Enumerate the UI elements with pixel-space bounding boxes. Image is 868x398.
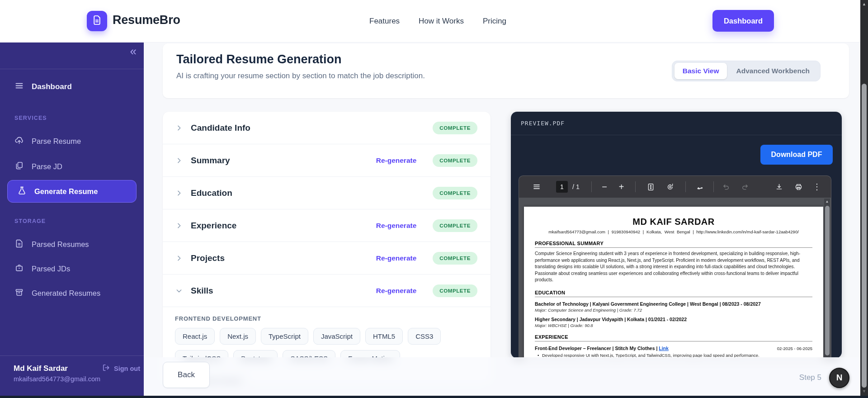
wizard-footer: Back Step 5 N [144, 357, 860, 398]
sidebar-item-generate-resume-active[interactable]: Generate Resume [7, 180, 137, 203]
section-title: Skills [191, 286, 213, 296]
pdf-viewer: 1 / 1 − + [519, 175, 831, 358]
step-indicator: Step 5 [799, 373, 821, 382]
view-toggle: Basic View Advanced Workbench [672, 61, 821, 81]
redo-icon[interactable] [741, 183, 749, 191]
regenerate-button[interactable]: Re-generate [376, 254, 417, 262]
skill-tag: CSS3 [408, 328, 441, 345]
status-badge: COMPLETE [433, 122, 477, 134]
sidebar-section-services: SERVICES [14, 115, 47, 121]
print-icon[interactable] [794, 183, 803, 191]
pdf-toolbar: 1 / 1 − + [519, 176, 831, 198]
more-options-icon[interactable]: ⋮ [813, 182, 821, 192]
regenerate-button[interactable]: Re-generate [376, 222, 417, 230]
viewer-scrollbar-thumb[interactable] [825, 206, 830, 355]
chevron-right-icon [175, 124, 183, 132]
status-badge: COMPLETE [433, 154, 477, 167]
sidebar-item-dashboard[interactable]: Dashboard [0, 77, 144, 97]
scrollbar-down-icon[interactable]: ▼ [860, 389, 868, 393]
section-row-projects[interactable]: Projects Re-generate COMPLETE [163, 242, 491, 275]
sidebar-item-parse-jd[interactable]: Parse JD [0, 156, 144, 176]
resume-experience-heading: EXPERIENCE [535, 334, 812, 341]
dashboard-button[interactable]: Dashboard [712, 10, 774, 32]
nav-link-how-it-works[interactable]: How it Works [419, 17, 464, 26]
page-count-label: / 1 [572, 183, 580, 190]
sidebar-item-label: Generate Resume [34, 187, 98, 196]
chevron-down-icon [175, 287, 183, 295]
sidebar-item-parsed-resumes[interactable]: Parsed Resumes [0, 234, 144, 254]
rotate-icon[interactable] [666, 183, 675, 191]
sidebar: « Dashboard SERVICES Parse Resume Parse … [0, 43, 144, 398]
page-number-input[interactable]: 1 [556, 181, 568, 193]
toolbar-divider [591, 181, 592, 192]
resume-experience-bullet: Developed responsive UI with Next.js, Ty… [535, 353, 812, 358]
page-subtitle: AI is crafting your resume section by se… [176, 71, 425, 81]
sidebar-item-label: Parsed JDs [32, 265, 70, 273]
skill-tag: HTML5 [365, 328, 403, 345]
section-row-candidate-info[interactable]: Candidate Info COMPLETE [163, 112, 491, 144]
resume-experience-link[interactable]: Link [659, 346, 669, 351]
user-name: Md Kaif Sardar [14, 364, 68, 373]
page-scrollbar[interactable]: ▲ ▼ [860, 0, 868, 398]
toggle-basic-view[interactable]: Basic View [675, 63, 727, 79]
resume-page: MD KAIF SARDAR mkaifsard564773@gmail.com… [524, 207, 823, 358]
app-window: ResumeBro Features How it Works Pricing … [0, 0, 868, 398]
user-email: mkaifsard564773@gmail.com [14, 375, 100, 383]
sidebar-item-label: Parsed Resumes [32, 240, 89, 249]
viewer-scroll-up-icon[interactable]: ▲ [824, 199, 830, 204]
document-icon [91, 14, 103, 28]
download-pdf-button[interactable]: Download PDF [760, 145, 833, 165]
resume-education-title: Higher Secondary | Jadavpur Vidyapith | … [535, 317, 812, 322]
section-row-experience[interactable]: Experience Re-generate COMPLETE [163, 209, 491, 242]
nav-link-features[interactable]: Features [369, 17, 400, 26]
footer-right: Step 5 N [799, 357, 849, 398]
sidebar-item-generated-resumes[interactable]: Generated Resumes [0, 283, 144, 303]
brand-logo[interactable] [87, 11, 107, 31]
resume-experience-row: Front-End Developer – Freelancer | Stitc… [535, 346, 812, 351]
toolbar-divider [713, 181, 714, 192]
sidebar-item-parsed-jds[interactable]: Parsed JDs [0, 259, 144, 279]
section-title: Experience [191, 221, 236, 231]
section-row-skills[interactable]: Skills Re-generate COMPLETE [163, 275, 491, 307]
toolbar-divider [685, 181, 686, 192]
status-badge: COMPLETE [433, 187, 477, 199]
nav-link-pricing[interactable]: Pricing [483, 17, 506, 26]
section-title: Education [191, 188, 232, 198]
flask-icon [17, 186, 27, 197]
sidebar-collapse-icon[interactable]: « [130, 44, 137, 58]
sidebar-section-storage: STORAGE [14, 218, 46, 224]
scrollbar-thumb[interactable] [862, 84, 867, 388]
sign-out-button[interactable]: Sign out [102, 363, 141, 374]
toolbar-divider [635, 181, 636, 192]
skill-tag: TypeScript [261, 328, 308, 345]
avatar[interactable]: N [829, 368, 849, 388]
resume-experience-title: Front-End Developer – Freelancer | Stitc… [535, 346, 657, 351]
download-icon[interactable] [775, 183, 783, 191]
chevron-right-icon [175, 189, 183, 197]
fit-to-page-icon[interactable] [646, 183, 655, 191]
sections-card: Candidate Info COMPLETE Summary Re-gener… [163, 112, 491, 383]
taskbar-edge [0, 396, 868, 398]
section-row-education[interactable]: Education COMPLETE [163, 177, 491, 209]
copy-icon [14, 161, 24, 172]
section-row-summary[interactable]: Summary Re-generate COMPLETE [163, 144, 491, 177]
pdf-viewer-scrollbar[interactable]: ▲ [824, 199, 830, 358]
scrollbar-up-icon[interactable]: ▲ [860, 2, 868, 6]
annotate-pen-icon[interactable] [696, 183, 704, 191]
section-title: Candidate Info [191, 123, 250, 133]
resume-contact: mkaifsard564773@gmail.com | 919830940942… [535, 229, 812, 234]
regenerate-button[interactable]: Re-generate [376, 156, 417, 165]
brand-name: ResumeBro [113, 13, 180, 27]
back-button[interactable]: Back [163, 362, 210, 388]
zoom-out-icon[interactable]: − [602, 182, 607, 191]
archive-icon [14, 288, 24, 299]
skill-tag: JavaScript [313, 328, 360, 345]
zoom-in-icon[interactable]: + [619, 182, 624, 191]
briefcase-icon [14, 263, 24, 275]
toggle-advanced-workbench[interactable]: Advanced Workbench [728, 63, 818, 79]
undo-icon[interactable] [722, 183, 731, 191]
regenerate-button[interactable]: Re-generate [376, 287, 417, 295]
sidebar-item-parse-resume[interactable]: Parse Resume [0, 131, 144, 151]
pdf-menu-icon[interactable] [533, 183, 541, 191]
status-badge: COMPLETE [433, 284, 477, 297]
